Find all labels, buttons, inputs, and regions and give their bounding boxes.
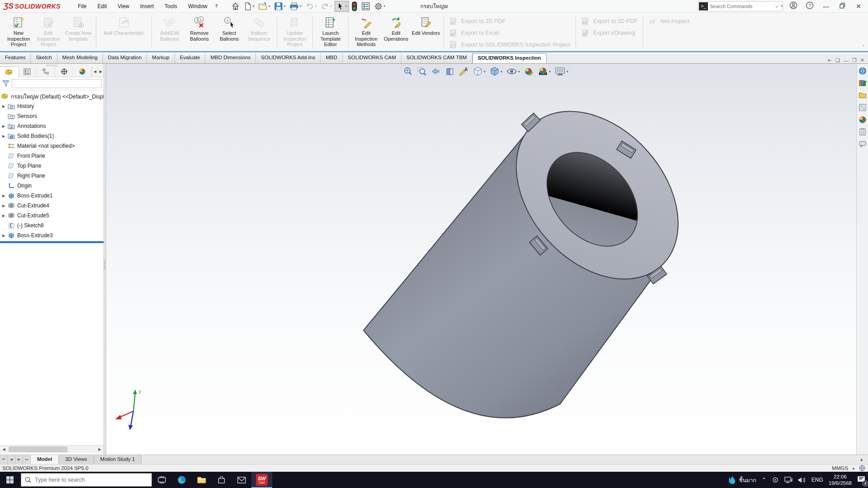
expand-arrow-icon[interactable]: ▶ bbox=[0, 234, 7, 238]
previous-view-button[interactable] bbox=[430, 66, 441, 77]
units-caret-icon[interactable]: ▲ bbox=[852, 466, 855, 470]
balloon-sequence-button[interactable]: 12 Balloon Sequence bbox=[244, 14, 274, 42]
panel-tabs-scroll-right[interactable]: ▶ bbox=[98, 66, 104, 77]
tab-markup[interactable]: Markup bbox=[147, 53, 175, 63]
appearances-tab[interactable] bbox=[858, 115, 867, 124]
panel-horizontal-scrollbar[interactable]: ◀ ▶ bbox=[0, 445, 104, 453]
tab-features[interactable]: Features bbox=[0, 53, 31, 63]
options-button[interactable]: ▾ bbox=[373, 1, 387, 12]
export-2d-pdf-button[interactable]: PDFExport to 2D PDF bbox=[449, 17, 570, 25]
remove-balloons-button[interactable]: 11 Remove Balloons bbox=[184, 14, 214, 42]
tab-nav-last[interactable]: ⏭ bbox=[23, 455, 31, 464]
new-document-button[interactable]: ▾ bbox=[242, 1, 256, 12]
units-selector[interactable]: MMGS bbox=[832, 465, 848, 471]
annotations-visibility-button[interactable]: A bbox=[458, 66, 469, 77]
open-document-button[interactable]: ▾ bbox=[257, 1, 272, 12]
tab-motion-study[interactable]: Motion Study 1 bbox=[94, 455, 142, 464]
tree-root[interactable]: กรอบใหญ่w (Default) <<Default>_Displ bbox=[0, 91, 104, 101]
dimxpertmanager-tab[interactable] bbox=[55, 66, 74, 77]
zoom-fit-button[interactable] bbox=[402, 66, 413, 77]
tab-sketch[interactable]: Sketch bbox=[31, 53, 57, 63]
tab-mbd-dimensions[interactable]: MBD Dimensions bbox=[205, 53, 256, 63]
tray-app-icon[interactable] bbox=[772, 476, 779, 483]
tab-evaluate[interactable]: Evaluate bbox=[175, 53, 206, 63]
rollback-bar[interactable] bbox=[0, 241, 104, 243]
file-explorer-button[interactable] bbox=[192, 472, 212, 488]
tree-item-cut-extrude4[interactable]: ▶ Cut-Extrude4 bbox=[0, 201, 104, 211]
language-indicator[interactable]: ENG bbox=[811, 477, 823, 483]
print-button[interactable]: ▾ bbox=[288, 1, 303, 12]
add-edit-balloons-button[interactable]: 1 Add/Edit Balloons bbox=[155, 14, 184, 42]
search-icon[interactable]: ⌕ bbox=[775, 3, 778, 9]
task-view-button[interactable] bbox=[152, 472, 172, 488]
section-view-button[interactable] bbox=[444, 66, 455, 77]
tab-nav-first[interactable]: ⏮ bbox=[0, 455, 8, 464]
close-button[interactable]: ✕ bbox=[853, 3, 864, 10]
search-commands-input[interactable] bbox=[710, 4, 775, 9]
filter-funnel-icon[interactable] bbox=[2, 80, 10, 88]
account-button[interactable] bbox=[788, 1, 799, 11]
tab-nav-next[interactable]: ▶ bbox=[15, 455, 23, 464]
scroll-left-arrow-icon[interactable]: ◀ bbox=[0, 446, 8, 453]
launch-template-editor-button[interactable]: Launch Template Editor bbox=[316, 14, 345, 47]
expand-arrow-icon[interactable]: ▶ bbox=[0, 204, 7, 208]
tab-solidworks-addins[interactable]: SOLIDWORKS Add-Ins bbox=[256, 53, 321, 63]
tree-item-sketch8[interactable]: (-) Sketch8 bbox=[0, 221, 104, 230]
design-library-tab[interactable] bbox=[858, 79, 867, 88]
doc-restore-button[interactable]: ❐ bbox=[852, 57, 857, 63]
new-inspection-project-button[interactable]: New Inspection Project bbox=[4, 14, 33, 47]
select-tool-button[interactable]: ▾ bbox=[335, 1, 349, 12]
edit-operations-button[interactable]: Edit Operations bbox=[381, 14, 411, 42]
save-button[interactable]: ▾ bbox=[273, 1, 287, 12]
network-icon[interactable] bbox=[784, 477, 793, 483]
speaker-icon[interactable] bbox=[798, 477, 806, 483]
tree-item-origin[interactable]: Origin bbox=[0, 181, 104, 191]
tab-bar-expand-chevron[interactable]: ▲ bbox=[859, 455, 868, 464]
mail-button[interactable] bbox=[231, 472, 251, 488]
expand-arrow-icon[interactable]: ▶ bbox=[0, 134, 7, 138]
minimize-button[interactable]: — bbox=[820, 3, 832, 10]
view-settings-button[interactable]: ▾ bbox=[554, 66, 569, 77]
featuremanager-tab[interactable] bbox=[0, 66, 19, 77]
solidworks-forum-tab[interactable] bbox=[858, 140, 867, 149]
tab-nav-prev[interactable]: ◀ bbox=[8, 455, 15, 464]
hidden-icons-chevron[interactable]: ⌃ bbox=[762, 477, 766, 483]
hide-show-items-button[interactable]: ▾ bbox=[506, 66, 520, 77]
store-button[interactable] bbox=[212, 472, 231, 488]
menu-file[interactable]: File bbox=[72, 1, 92, 11]
help-button[interactable]: ? bbox=[804, 1, 816, 11]
tree-item-history[interactable]: ▶ History bbox=[0, 101, 104, 111]
view-orientation-button[interactable]: ▾ bbox=[472, 66, 486, 77]
home-button[interactable] bbox=[230, 1, 241, 12]
expand-arrow-icon[interactable]: ▶ bbox=[0, 104, 7, 108]
tree-item-boss-extrude3[interactable]: ▶ Boss-Extrude3 bbox=[0, 230, 104, 240]
tree-filter-input[interactable] bbox=[12, 79, 102, 88]
create-new-template-button[interactable]: Create New template bbox=[63, 14, 93, 42]
edit-inspection-methods-button[interactable]: Edit Inspection Methods bbox=[351, 14, 381, 47]
search-caret-icon[interactable]: ▾ bbox=[781, 4, 783, 8]
tree-item-cut-extrude5[interactable]: ▶ Cut-Extrude5 bbox=[0, 211, 104, 221]
tree-item-sensors[interactable]: Sensors bbox=[0, 111, 104, 121]
propertymanager-tab[interactable] bbox=[19, 66, 37, 77]
apply-scene-button[interactable]: ▾ bbox=[538, 66, 551, 77]
tab-model[interactable]: Model bbox=[31, 455, 59, 464]
rebuild-button[interactable] bbox=[350, 1, 359, 12]
menu-window[interactable]: Window bbox=[183, 1, 213, 11]
resources-tab[interactable] bbox=[858, 66, 867, 75]
expand-arrow-icon[interactable]: ▶ bbox=[0, 124, 7, 128]
scroll-right-arrow-icon[interactable]: ▶ bbox=[96, 446, 104, 453]
taskbar-search-input[interactable] bbox=[35, 477, 151, 483]
display-style-button[interactable]: ▾ bbox=[489, 66, 503, 77]
view-palette-tab[interactable] bbox=[858, 103, 867, 112]
graphics-viewport[interactable]: A ▾ ▾ ▾ ▾ ▾ y bbox=[106, 64, 856, 455]
ribbon-collapse-chevron[interactable]: ⌃ bbox=[862, 44, 865, 49]
edge-button[interactable] bbox=[172, 472, 192, 488]
restore-button[interactable] bbox=[836, 3, 848, 10]
edit-vendors-button[interactable]: Edit Vendors bbox=[411, 14, 441, 36]
export-3d-pdf-button[interactable]: 3DExport to 3D PDF bbox=[581, 17, 637, 25]
tab-solidworks-inspection[interactable]: SOLIDWORKS Inspection bbox=[472, 53, 547, 63]
tree-item-annotations[interactable]: ▶ A Annotations bbox=[0, 121, 104, 131]
tab-mesh-modeling[interactable]: Mesh Modeling bbox=[57, 53, 103, 63]
web-help-globe-icon[interactable] bbox=[859, 465, 865, 471]
properties-pane-button[interactable] bbox=[360, 1, 372, 12]
